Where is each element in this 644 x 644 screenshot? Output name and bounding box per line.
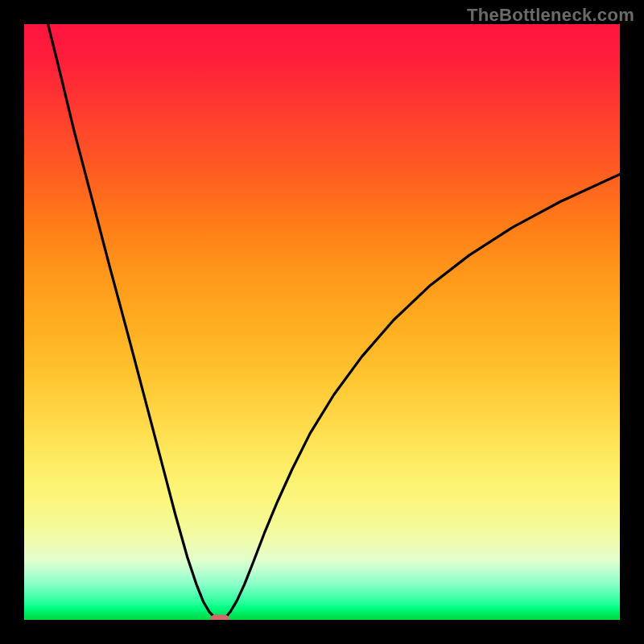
curve-layer [24, 24, 620, 620]
minimum-marker [210, 615, 229, 621]
watermark-text: TheBottleneck.com [467, 5, 634, 26]
curve-left-branch [48, 24, 220, 620]
plot-area [24, 24, 620, 620]
curve-right-branch [221, 174, 620, 619]
chart-frame: TheBottleneck.com [0, 0, 644, 644]
